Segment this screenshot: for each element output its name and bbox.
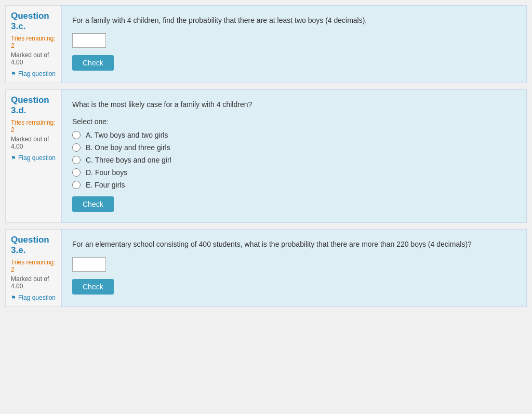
flag-label-3e: Flag question [18,294,56,301]
tries-3e: Tries remaining: 2 [11,259,56,273]
check-button-3d[interactable]: Check [72,196,114,212]
question-text-3e: For an elementary school consisting of 4… [72,239,516,250]
question-word-3d: Question [11,95,49,105]
radio-option-d[interactable]: D. Four boys [72,168,516,177]
radio-input-c[interactable] [72,156,81,164]
flag-icon-3e: ⚑ [11,295,16,301]
question-number-3e: 3.e. [11,245,25,255]
sidebar-3c: Question 3.c. Tries remaining: 2 Marked … [5,5,61,83]
radio-option-b[interactable]: B. One boy and three girls [72,143,516,152]
sidebar-3d: Question 3.d. Tries remaining: 2 Marked … [5,89,61,223]
question-block-3c: Question 3.c. Tries remaining: 2 Marked … [5,5,527,83]
flag-question-3d[interactable]: ⚑ Flag question [11,154,56,162]
radio-option-c[interactable]: C. Three boys and one girl [72,156,516,164]
radio-option-e[interactable]: E. Four girls [72,181,516,189]
question-word-3e: Question [11,235,49,245]
radio-label-c: C. Three boys and one girl [86,156,171,164]
question-text-3d: What is the most likely case for a famil… [72,99,516,110]
question-block-3d: Question 3.d. Tries remaining: 2 Marked … [5,89,527,223]
flag-icon-3d: ⚑ [11,155,16,162]
radio-input-b[interactable] [72,143,81,152]
main-content-3d: What is the most likely case for a famil… [61,89,527,223]
radio-label-b: B. One boy and three girls [86,143,170,152]
main-content-3e: For an elementary school consisting of 4… [61,229,527,307]
main-content-3c: For a family with 4 children, find the p… [61,5,527,83]
tries-3c: Tries remaining: 2 [11,35,56,49]
question-label-3c: Question 3.c. [11,11,56,32]
sidebar-3e: Question 3.e. Tries remaining: 2 Marked … [5,229,61,307]
question-text-3c: For a family with 4 children, find the p… [72,15,516,26]
flag-question-3c[interactable]: ⚑ Flag question [11,70,56,77]
answer-input-3c[interactable] [72,33,106,48]
question-number-3c: 3.c. [11,21,25,31]
tries-3d: Tries remaining: 2 [11,119,56,133]
question-number-3d: 3.d. [11,105,26,115]
check-button-3e[interactable]: Check [72,279,114,295]
flag-label-3d: Flag question [18,154,56,162]
question-label-3d: Question 3.d. [11,95,56,116]
radio-label-e: E. Four girls [86,181,125,189]
radio-label-d: D. Four boys [86,168,127,177]
marked-3e: Marked out of 4.00 [11,275,56,290]
radio-input-a[interactable] [72,131,81,139]
radio-options-3d: A. Two boys and two girls B. One boy and… [72,131,516,189]
flag-icon-3c: ⚑ [11,71,16,77]
flag-label-3c: Flag question [18,70,56,77]
question-block-3e: Question 3.e. Tries remaining: 2 Marked … [5,229,527,307]
flag-question-3e[interactable]: ⚑ Flag question [11,294,56,301]
radio-label-a: A. Two boys and two girls [86,131,168,139]
select-one-label-3d: Select one: [72,117,516,126]
radio-option-a[interactable]: A. Two boys and two girls [72,131,516,139]
marked-3d: Marked out of 4.00 [11,136,56,150]
check-button-3c[interactable]: Check [72,55,114,71]
radio-input-e[interactable] [72,181,81,189]
question-label-3e: Question 3.e. [11,235,56,256]
radio-input-d[interactable] [72,168,81,177]
answer-input-3e[interactable] [72,257,106,272]
marked-3c: Marked out of 4.00 [11,51,56,66]
question-word-3c: Question [11,11,49,21]
